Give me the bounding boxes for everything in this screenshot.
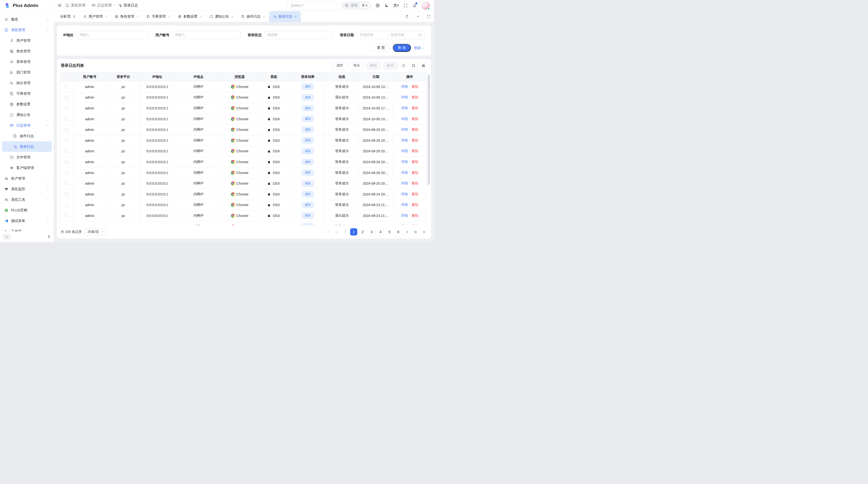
breadcrumb-item[interactable]: 登录日志 (118, 3, 138, 8)
tab-close-button[interactable] (136, 15, 139, 18)
column-settings-button[interactable] (420, 62, 427, 69)
delete-link[interactable]: 删除 (412, 149, 418, 153)
pin-icon[interactable] (72, 15, 76, 18)
next-page-button[interactable] (404, 228, 410, 235)
row-checkbox[interactable] (65, 128, 68, 132)
user-avatar[interactable] (422, 1, 430, 10)
export-button[interactable]: 导出 (349, 62, 364, 69)
row-checkbox[interactable] (65, 160, 68, 164)
sidebar-item-日志管理[interactable]: DEV日志管理 (2, 120, 52, 131)
detail-link[interactable]: 详情 (401, 181, 408, 185)
row-checkbox[interactable] (65, 139, 68, 142)
collapse-filter-link[interactable]: 收起 (414, 45, 425, 50)
tab-close-button[interactable] (105, 15, 107, 18)
query-button[interactable]: 查 询 (393, 44, 411, 52)
sidebar-item-角色管理[interactable]: 角色管理 (2, 46, 52, 56)
fullscreen-icon[interactable] (403, 3, 408, 8)
detail-link[interactable]: 详情 (401, 85, 408, 89)
登录日期-daterange[interactable]: 开始日期结束日期 (356, 31, 425, 39)
sidebar-item-系统监控[interactable]: 系统监控 (2, 184, 52, 194)
first-page-button[interactable] (325, 228, 332, 235)
table-expand-button[interactable] (410, 62, 417, 69)
sidebar-collapse-button[interactable]: « (3, 233, 10, 240)
scrollbar-thumb[interactable] (428, 74, 430, 185)
sidebar-item-部门管理[interactable]: 部门管理 (2, 67, 52, 77)
settings-gear-icon[interactable] (375, 3, 380, 8)
clear-button[interactable]: 清空 (333, 62, 347, 69)
detail-link[interactable]: 详情 (401, 171, 408, 174)
breadcrumb-item[interactable]: 系统管理 (65, 3, 85, 8)
row-checkbox[interactable] (65, 85, 68, 89)
page-button-6[interactable]: 6 (395, 228, 402, 235)
tab-用户管理[interactable]: 用户管理 (80, 11, 111, 22)
page-button-3[interactable]: 3 (368, 228, 375, 235)
detail-link[interactable]: 详情 (401, 117, 408, 121)
breadcrumb-item[interactable]: DEV日志管理 (92, 3, 112, 8)
sidebar-item-PLUS官网[interactable]: PLUS官网 (2, 205, 52, 216)
jump-forward-button[interactable] (412, 228, 419, 235)
登录状态-select[interactable]: 请选择 (264, 31, 333, 39)
page-button-1[interactable]: 1 (350, 228, 357, 235)
detail-link[interactable]: 详情 (401, 214, 408, 218)
tab-fullscreen-button[interactable] (423, 11, 434, 22)
tab-menu-chevron-button[interactable] (412, 11, 423, 22)
notifications-button[interactable] (412, 3, 417, 8)
delete-link[interactable]: 删除 (412, 203, 418, 206)
page-button-5[interactable]: 5 (386, 228, 393, 235)
table-refresh-button[interactable] (400, 62, 407, 69)
select-all-checkbox[interactable] (65, 75, 68, 79)
delete-button[interactable]: 删除 (366, 62, 381, 69)
tab-close-button[interactable] (168, 15, 171, 18)
row-checkbox[interactable] (65, 182, 68, 186)
last-page-button[interactable] (421, 228, 427, 235)
detail-link[interactable]: 详情 (401, 138, 408, 142)
delete-link[interactable]: 删除 (412, 138, 418, 142)
sidebar-item-文件管理[interactable]: 文件管理 (2, 152, 52, 162)
detail-link[interactable]: 详情 (401, 192, 408, 196)
sidebar-toggle-button[interactable] (57, 3, 62, 8)
sidebar-item-测试菜单[interactable]: 测试菜单 (2, 216, 52, 226)
global-search-button[interactable]: 搜索 ⌘ K (341, 1, 371, 10)
delete-link[interactable]: 删除 (412, 171, 418, 174)
row-checkbox[interactable] (65, 150, 68, 153)
page-button-2[interactable]: 2 (359, 228, 366, 235)
row-checkbox[interactable] (65, 193, 68, 196)
tab-refresh-button[interactable] (401, 11, 412, 22)
unlock-button[interactable]: 解锁 (383, 62, 398, 69)
row-checkbox[interactable] (65, 171, 68, 175)
sidebar-item-字典管理[interactable]: 字典管理 (2, 88, 52, 99)
sidebar-item-操作日志[interactable]: 操作日志 (2, 131, 52, 141)
delete-link[interactable]: 删除 (412, 117, 418, 121)
sidebar-item-菜单管理[interactable]: 菜单管理 (2, 56, 52, 67)
tenant-select-input[interactable] (287, 1, 337, 10)
tab-close-button[interactable] (199, 15, 202, 18)
detail-link[interactable]: 详情 (401, 203, 408, 206)
用户账号-input[interactable]: 请输入 (172, 31, 241, 39)
reset-button[interactable]: 重 置 (372, 44, 390, 52)
page-button-4[interactable]: 4 (377, 228, 384, 235)
tab-角色管理[interactable]: 角色管理 (111, 11, 143, 22)
sidebar-item-登录日志[interactable]: 登录日志 (2, 141, 52, 152)
row-checkbox[interactable] (65, 214, 68, 218)
tab-参数设置[interactable]: 参数设置 (174, 11, 206, 22)
sidebar-item-参数设置[interactable]: 参数设置 (2, 99, 52, 109)
tab-分析页[interactable]: 分析页 (56, 11, 80, 22)
page-size-select[interactable]: 20条/页 ▼ (85, 228, 106, 236)
pin-icon[interactable] (47, 235, 51, 238)
IP地址-input[interactable]: 请输入 (76, 31, 148, 39)
delete-link[interactable]: 删除 (412, 214, 418, 218)
tab-登录日志[interactable]: 登录日志 (269, 11, 301, 22)
dark-mode-moon-icon[interactable] (384, 3, 389, 8)
tab-通知公告[interactable]: 通知公告 (206, 11, 238, 22)
sidebar-item-用户管理[interactable]: 用户管理 (2, 35, 52, 46)
delete-link[interactable]: 删除 (412, 160, 418, 164)
tab-操作日志[interactable]: 操作日志 (238, 11, 269, 22)
detail-link[interactable]: 详情 (401, 106, 408, 110)
sidebar-item-概览[interactable]: 概览 (2, 14, 52, 25)
table-scrollbar[interactable] (428, 74, 430, 224)
sidebar-item-岗位管理[interactable]: 岗位管理 (2, 77, 52, 88)
sidebar-item-系统管理[interactable]: 系统管理 (2, 25, 52, 35)
tab-close-button[interactable] (231, 15, 234, 18)
prev-page-button[interactable] (342, 228, 348, 235)
delete-link[interactable]: 删除 (412, 181, 418, 185)
